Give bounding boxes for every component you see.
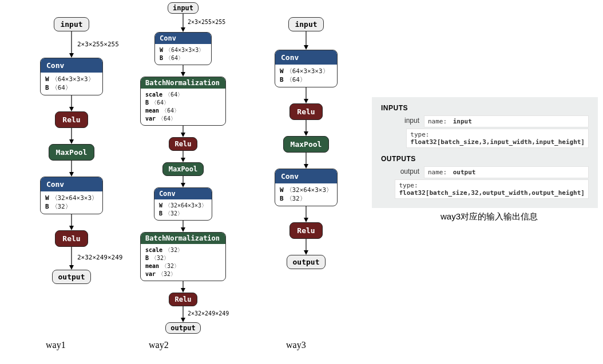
conv-b: 〈64〉 [165,55,184,61]
svg-marker-3 [69,107,74,111]
output-key: output [381,166,424,175]
input-node: input [168,2,199,14]
svg-marker-5 [69,139,74,144]
maxpool-node: MaxPool [283,136,330,153]
conv-title: Conv [155,33,211,44]
edge-arrow [177,281,189,293]
svg-marker-9 [69,226,74,230]
edge-arrow [177,176,189,187]
conv-b: 〈32〉 [165,210,183,217]
conv-node: Conv W〈32×64×3×3〉 B〈32〉 [40,177,103,214]
bn-b: 〈64〉 [151,99,169,106]
edge-arrow: 2×3×255×255 [66,31,77,58]
batchnorm-node: BatchNormalization scale〈64〉 B〈64〉 mean〈… [140,77,226,126]
svg-marker-1 [69,53,74,58]
edge-arrow [66,214,77,230]
svg-marker-11 [69,265,74,270]
edge-arrow [177,151,189,162]
bn-mean: 〈32〉 [161,263,180,269]
edge-arrow [177,126,189,137]
way2-caption: way2 [149,340,169,350]
conv-node: Conv W〈64×3×3×3〉 B〈64〉 [154,32,212,65]
svg-marker-23 [181,227,185,232]
way1-column: input 2×3×255×255 Conv W〈64×3×3×3〉 B〈64〉… [23,17,120,284]
way3-caption: way3 [286,340,306,350]
conv-title: Conv [275,50,337,65]
conv-title: Conv [41,58,102,73]
svg-marker-29 [304,45,308,50]
relu-node: Relu [169,293,198,306]
conv-title: Conv [275,169,337,183]
batchnorm-title: BatchNormalization [141,77,225,89]
svg-marker-37 [304,218,308,222]
edge-arrow [300,206,312,222]
conv-node: Conv W〈64×3×3×3〉 B〈64〉 [275,50,338,87]
way3-column: input Conv W〈64×3×3×3〉 B〈64〉 Relu MaxPoo… [257,17,355,269]
edge-label: 2×32×249×249 [77,254,122,261]
input-node: input [54,17,89,31]
relu-node: Relu [289,222,322,239]
output-node: output [52,270,92,284]
input-node: input [288,17,323,31]
inputs-title: INPUTS [381,104,589,112]
svg-marker-27 [181,318,185,322]
edge-arrow [66,95,77,111]
edge-arrow [300,87,312,103]
svg-marker-17 [181,133,185,137]
svg-marker-39 [304,250,308,255]
conv-w: 〈64×3×3×3〉 [286,67,329,75]
edge-arrow: 2×32×249×249 [66,247,77,270]
panel-caption: way3对应的输入输出信息 [441,211,538,222]
svg-marker-33 [304,131,308,136]
conv-node: Conv W〈32×64×3×3〉 B〈32〉 [154,187,212,221]
edge-arrow [300,31,312,50]
relu-node: Relu [289,103,322,120]
way2-column: input 2×3×255×255 Conv W〈64×3×3×3〉 B〈64〉… [129,2,237,334]
bn-scale: 〈32〉 [165,247,183,253]
relu-node: Relu [55,111,88,128]
conv-w: 〈64×3×3×3〉 [51,75,94,83]
bn-var: 〈64〉 [158,115,176,122]
svg-marker-15 [181,72,185,77]
edge-arrow [177,221,189,232]
io-info-panel: INPUTS input name: input type: float32[b… [372,97,598,208]
svg-marker-19 [181,158,185,162]
conv-node: Conv W〈32×64×3×3〉 B〈32〉 [275,169,338,206]
bn-scale: 〈64〉 [165,91,183,98]
conv-w: 〈32×64×3×3〉 [286,186,333,194]
edge-label: 2×32×249×249 [188,310,229,317]
bn-b: 〈32〉 [151,255,169,261]
edge-label: 2×3×255×255 [188,19,225,25]
svg-marker-7 [69,172,74,177]
bn-var: 〈32〉 [158,271,176,277]
conv-w: 〈32×64×3×3〉 [51,194,98,202]
conv-title: Conv [41,177,102,191]
batchnorm-node: BatchNormalization scale〈32〉 B〈32〉 mean〈… [140,232,226,281]
output-node: output [165,322,200,334]
input-key: input [381,115,424,125]
conv-b: 〈64〉 [51,84,72,91]
way1-caption: way1 [46,340,66,350]
svg-marker-13 [181,27,185,32]
maxpool-node: MaxPool [49,144,95,161]
conv-b: 〈64〉 [286,76,306,83]
conv-b: 〈32〉 [51,203,72,210]
conv-w: 〈64×3×3×3〉 [165,47,204,53]
edge-arrow: 2×32×249×249 [177,306,189,322]
conv-node: Conv W〈64×3×3×3〉 B〈64〉 [40,58,103,95]
svg-marker-21 [181,183,185,187]
edge-arrow [300,120,312,136]
output-node: output [287,255,326,269]
edge-arrow [300,239,312,255]
edge-arrow: 2×3×255×255 [177,14,189,32]
output-name-value: name: output [424,166,589,178]
svg-marker-31 [304,99,308,103]
batchnorm-title: BatchNormalization [141,233,225,244]
bn-mean: 〈64〉 [161,107,180,114]
edge-arrow [66,161,77,177]
edge-label: 2×3×255×255 [77,41,119,48]
outputs-title: OUTPUTS [381,155,589,163]
edge-arrow [66,128,77,144]
edge-arrow [177,65,189,77]
svg-marker-25 [181,288,185,293]
